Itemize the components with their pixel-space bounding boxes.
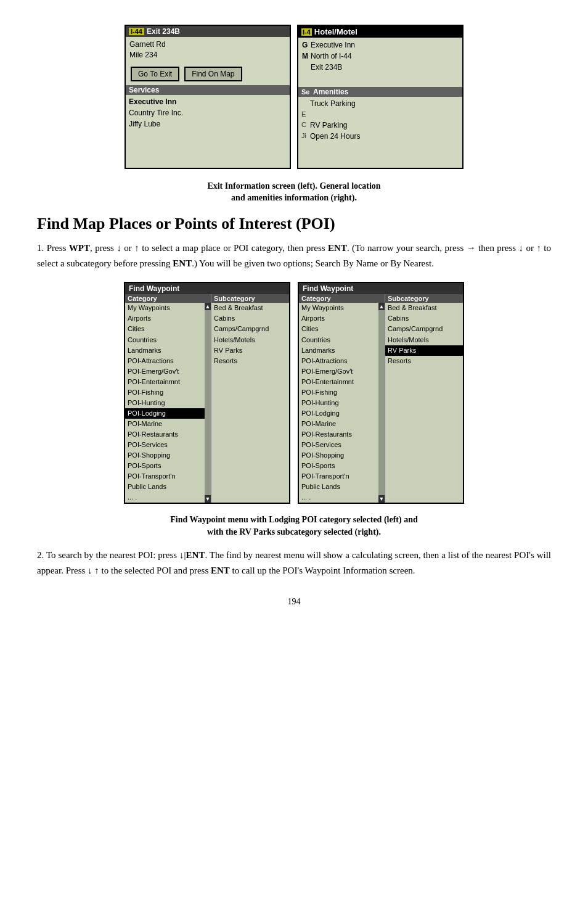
right-cat-scrollbar: ▲ ▼ <box>378 303 385 503</box>
rwp-cat-7: POI-Entertainmnt <box>299 377 378 387</box>
right-cat-header: Category <box>299 294 385 303</box>
rwp-cat-4: Landmarks <box>299 345 378 356</box>
right-screen-spacer <box>298 143 462 168</box>
wp-cat-11: POI-Marine <box>125 419 205 429</box>
wp-cat-8: POI-Fishing <box>125 387 205 398</box>
wp-cat-18: ... . <box>125 492 205 503</box>
caption-2-line2: with the RV Parks subcategory selected (… <box>207 527 381 537</box>
r-scroll-up-arrow: ▲ <box>378 303 385 310</box>
right-screen-body: G Executive Inn M North of I-44 Exit 234… <box>298 38 462 87</box>
left-exit-screen: I-44 Exit 234B Garnett Rd Mile 234 Go To… <box>125 25 291 169</box>
services-header: Services <box>126 85 290 95</box>
wp-cat-10-selected: POI-Lodging <box>125 408 205 419</box>
left-header-title: Exit 234B <box>147 27 180 36</box>
wp-cat-3: Countries <box>125 335 205 345</box>
left-cat-list-row: My Waypoints Airports Cities Countries L… <box>125 303 211 503</box>
caption-1-line1: Exit Information screen (left). General … <box>207 181 380 191</box>
left-waypoint-screen: Find Waypoint Category My Waypoints Airp… <box>124 282 290 504</box>
wp-cat-1: Airports <box>125 313 205 324</box>
service-item-3: Jiffy Lube <box>129 118 287 130</box>
left-cat-header: Category <box>125 294 211 303</box>
wp-cat-7: POI-Entertainmnt <box>125 377 205 387</box>
wp-cat-13: POI-Services <box>125 440 205 450</box>
left-screen-buttons: Go To Exit Find On Map <box>126 63 290 85</box>
left-wp-header: Find Waypoint <box>125 283 289 294</box>
left-line-1: Garnett Rd <box>129 39 286 50</box>
wp-cat-2: Cities <box>125 324 205 334</box>
right-cat-list: My Waypoints Airports Cities Countries L… <box>299 303 378 503</box>
wp-cat-16: POI-Transport'n <box>125 471 205 482</box>
left-screen-spacer <box>126 131 290 162</box>
amenities-header: Se Amenities <box>298 87 462 97</box>
right-text-1: Executive Inn <box>311 39 355 51</box>
rwp-cat-3: Countries <box>299 335 378 345</box>
waypoint-screens-row: Find Waypoint Category My Waypoints Airp… <box>37 282 551 504</box>
find-on-map-button[interactable]: Find On Map <box>184 67 242 81</box>
amenity-1: Truck Parking <box>301 98 459 109</box>
right-line-g: G Executive Inn <box>302 39 459 51</box>
letter-g: G <box>302 39 311 51</box>
rwp-cat-17: Public Lands <box>299 482 378 492</box>
service-item-2: Country Tire Inc. <box>129 107 287 118</box>
right-cat-list-row: My Waypoints Airports Cities Countries L… <box>299 303 385 503</box>
rwp-sub-0: Bed & Breakfast <box>385 303 463 313</box>
rwp-cat-11: POI-Marine <box>299 419 378 429</box>
right-wp-header: Find Waypoint <box>299 283 463 294</box>
wp-sub-1: Cabins <box>211 313 289 324</box>
left-cat-scrollbar: ▲ ▼ <box>205 303 211 503</box>
r-scroll-down-arrow: ▼ <box>378 495 385 503</box>
amenities-se-letter: Se <box>301 88 311 96</box>
exit-screens-row: I-44 Exit 234B Garnett Rd Mile 234 Go To… <box>37 25 551 169</box>
wp-cat-12: POI-Restaurants <box>125 429 205 440</box>
wp-cat-17: Public Lands <box>125 482 205 492</box>
wp-cat-14: POI-Shopping <box>125 450 205 461</box>
caption-1-line2: and amenities information (right). <box>231 193 357 202</box>
amenities-list: Truck Parking E C RV Parking Ji Open 24 … <box>298 97 462 143</box>
right-exit-screen: I-4 Hotel/Motel G Executive Inn M North … <box>297 25 463 169</box>
amenity-letter-c: C <box>301 120 310 130</box>
rwp-sub-4-selected: RV Parks <box>385 345 463 356</box>
left-wp-cols: Category My Waypoints Airports Cities Co… <box>125 294 289 503</box>
right-marker: I-4 <box>301 28 312 36</box>
rwp-cat-14: POI-Shopping <box>299 450 378 461</box>
para-1: 1. Press WPT, press ↓ or ↑ to select a m… <box>37 241 551 271</box>
rwp-cat-10: POI-Lodging <box>299 408 378 419</box>
right-divider <box>302 73 459 85</box>
right-category-col: Category My Waypoints Airports Cities Co… <box>299 294 385 503</box>
right-header-title: Hotel/Motel <box>314 27 357 36</box>
rwp-sub-3: Hotels/Motels <box>385 335 463 345</box>
right-text-2: North of I-44 <box>311 51 352 62</box>
left-subcat-header: Subcategory <box>211 294 289 303</box>
scroll-thumb <box>205 310 211 495</box>
caption-2-line1: Find Waypoint menu with Lodging POI cate… <box>170 515 417 524</box>
scroll-up-arrow: ▲ <box>205 303 211 310</box>
left-line-2: Mile 234 <box>129 50 286 60</box>
wp-sub-2: Camps/Campgrnd <box>211 324 289 334</box>
wp-cat-0: My Waypoints <box>125 303 205 313</box>
right-subcat-list: Bed & Breakfast Cabins Camps/Campgrnd Ho… <box>385 303 463 366</box>
left-subcat-col: Subcategory Bed & Breakfast Cabins Camps… <box>211 294 289 503</box>
go-to-exit-button[interactable]: Go To Exit <box>131 67 179 81</box>
amenity-3: C RV Parking <box>301 120 459 131</box>
right-subcat-col: Subcategory Bed & Breakfast Cabins Camps… <box>385 294 463 503</box>
rwp-cat-15: POI-Sports <box>299 461 378 471</box>
amenity-letter-e: E <box>301 109 310 120</box>
rwp-cat-12: POI-Restaurants <box>299 429 378 440</box>
right-waypoint-screen: Find Waypoint Category My Waypoints Airp… <box>298 282 464 504</box>
right-screen-header: I-4 Hotel/Motel <box>298 26 462 38</box>
left-marker: I-44 <box>129 28 144 35</box>
rwp-sub-5: Resorts <box>385 356 463 366</box>
caption-2: Find Waypoint menu with Lodging POI cate… <box>37 514 551 538</box>
wp-cat-4: Landmarks <box>125 345 205 356</box>
right-line-exit: Exit 234B <box>302 62 459 73</box>
rwp-cat-13: POI-Services <box>299 440 378 450</box>
page-number: 194 <box>37 597 551 607</box>
rwp-cat-6: POI-Emerg/Gov't <box>299 366 378 377</box>
amenities-title: Amenities <box>313 88 348 96</box>
rwp-sub-1: Cabins <box>385 313 463 324</box>
wp-sub-4: RV Parks <box>211 345 289 356</box>
wp-cat-6: POI-Emerg/Gov't <box>125 366 205 377</box>
rwp-sub-2: Camps/Campgrnd <box>385 324 463 334</box>
amenity-text-1: Truck Parking <box>310 98 356 109</box>
rwp-cat-0: My Waypoints <box>299 303 378 313</box>
